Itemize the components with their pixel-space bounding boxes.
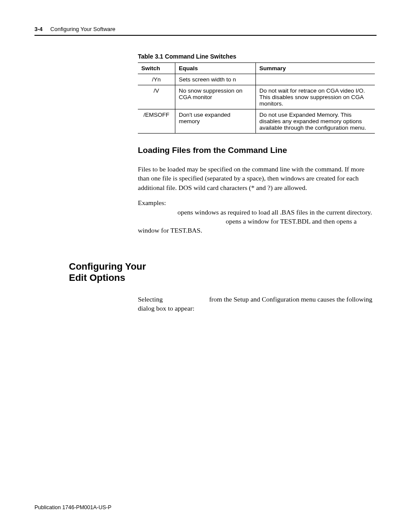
- chapter-title: Configuring Your Software: [50, 26, 115, 32]
- examples-block: Examples: opens windows as required to l…: [138, 198, 375, 235]
- table-caption: Table 3.1 Command Line Switches: [138, 53, 375, 60]
- cell-equals: No snow suppression on CGA monitor: [175, 85, 256, 109]
- cell-summary: Do not use Expanded Memory. This disable…: [256, 109, 375, 134]
- publication-footer: Publication 1746-PM001A-US-P: [34, 504, 112, 510]
- text-after-menuitem: from the Setup and Configuration menu ca…: [138, 296, 372, 312]
- text-before-menuitem: Selecting: [138, 296, 165, 303]
- example-1-text: opens windows as required to load all .B…: [176, 208, 372, 216]
- cell-switch: /Yn: [138, 74, 175, 85]
- cell-switch: /EMSOFF: [138, 109, 175, 134]
- section-configuring-edit-options: Configuring Your Edit Options Selecting …: [34, 261, 377, 313]
- command-line-switches-table: Switch Equals Summary /Yn Sets screen wi…: [138, 62, 375, 134]
- page-number: 3-4: [34, 26, 43, 32]
- col-header-equals: Equals: [175, 63, 256, 74]
- body-paragraph: Files to be loaded may be specified on t…: [138, 165, 375, 192]
- body-paragraph-edit-options: Selecting from the Setup and Configurati…: [138, 295, 375, 313]
- table-header-row: Switch Equals Summary: [138, 63, 375, 74]
- cell-summary: [256, 74, 375, 85]
- col-header-summary: Summary: [256, 63, 375, 74]
- cell-equals: Sets screen width to n: [175, 74, 256, 85]
- main-column: Table 3.1 Command Line Switches Switch E…: [138, 53, 375, 235]
- subheading-loading-files: Loading Files from the Command Line: [138, 146, 375, 155]
- side-heading-edit-options: Configuring Your Edit Options: [69, 261, 155, 284]
- table-row: /EMSOFF Don't use expanded memory Do not…: [138, 109, 375, 134]
- example-2-text: opens a window for TEST.BDL and then ope…: [138, 218, 357, 234]
- table-row: /V No snow suppression on CGA monitor Do…: [138, 85, 375, 109]
- cell-summary: Do not wait for retrace on CGA video I/O…: [256, 85, 375, 109]
- cell-switch: /V: [138, 85, 175, 109]
- cell-equals: Don't use expanded memory: [175, 109, 256, 134]
- page-container: 3-4 Configuring Your Software Table 3.1 …: [0, 0, 411, 532]
- running-header: 3-4 Configuring Your Software: [34, 26, 377, 36]
- table-row: /Yn Sets screen width to n: [138, 74, 375, 85]
- col-header-switch: Switch: [138, 63, 175, 74]
- examples-label: Examples:: [138, 199, 166, 206]
